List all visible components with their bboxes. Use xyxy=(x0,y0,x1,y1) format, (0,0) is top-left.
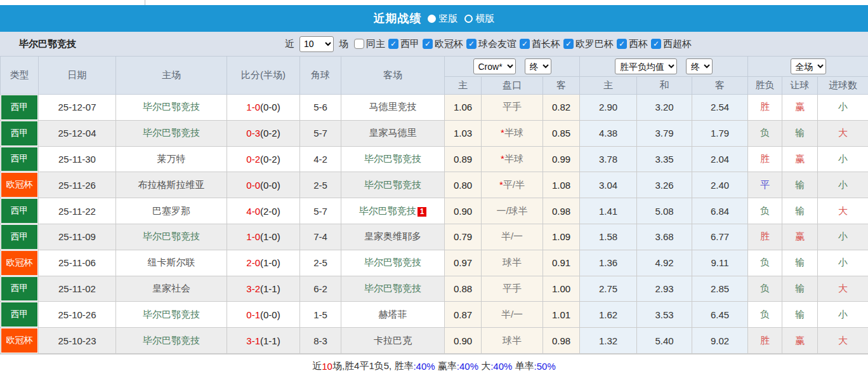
checkbox-checked-icon: ✓ xyxy=(563,39,574,49)
filter-checkbox-checked[interactable]: ✓西超杯 xyxy=(651,38,692,50)
filter-checkbox-label: 西超杯 xyxy=(663,38,692,50)
avg-home-cell: 1.41 xyxy=(580,198,637,224)
handicap-line-text: 球半 xyxy=(503,257,522,267)
filter-checkbox-label: 同主 xyxy=(366,38,385,50)
corners-cell: 2-5 xyxy=(300,250,341,276)
filter-checkbox-checked[interactable]: ✓酋长杯 xyxy=(520,38,560,50)
odds-away-cell: 1.01 xyxy=(543,302,580,328)
odds-group-header: Crow* 终 xyxy=(445,57,580,77)
red-card-badge: 1 xyxy=(418,207,427,217)
competition-badge: 西甲 xyxy=(1,277,37,301)
filter-checkbox-checked[interactable]: ✓西甲 xyxy=(388,38,419,50)
outcome-cell: 负 xyxy=(748,250,782,276)
filter-checkbox-label: 西甲 xyxy=(400,38,419,50)
odds-home-cell: 0.89 xyxy=(445,146,482,172)
match-row: 西甲25-11-30莱万特0-2(0-2)4-2毕尔巴鄂竞技0.89*半球0.9… xyxy=(1,146,868,172)
away-team-cell: 卡拉巴克 xyxy=(341,328,445,354)
home-team-cell: 巴塞罗那 xyxy=(116,198,227,224)
summary-segment: :40% xyxy=(457,361,478,372)
outcome-cell: 负 xyxy=(748,276,782,302)
home-team-cell: 皇家社会 xyxy=(116,276,227,302)
handicap-line-text: 半球 xyxy=(504,127,523,138)
competition-badge: 欧冠杯 xyxy=(1,251,37,275)
home-team-name: 毕尔巴鄂竞技 xyxy=(143,309,200,320)
match-type-cell: 欧冠杯 xyxy=(1,250,39,276)
away-team-name: 赫塔菲 xyxy=(379,309,407,320)
handicap-result-cell: 输 xyxy=(782,120,818,146)
view-mode-option[interactable]: 横版 xyxy=(464,13,495,25)
match-row: 欧冠杯25-11-06纽卡斯尔联2-0(1-0)2-5毕尔巴鄂竞技0.97球半0… xyxy=(1,250,868,276)
odds-line-cell: 半/一 xyxy=(482,224,543,250)
handicap-line-text: 半/一 xyxy=(501,231,523,241)
fulltime-score: 4-0 xyxy=(246,206,260,217)
handicap-result-cell: 赢 xyxy=(782,224,818,250)
odds-away-cell: 1.00 xyxy=(543,276,580,302)
handicap-result-cell: 输 xyxy=(782,198,818,224)
handicap-line-text: 半球 xyxy=(504,153,523,164)
results-table: 类型 日期 主场 比分(半场) 角球 客场 Crow* 终 胜平负均值 终 xyxy=(0,56,868,354)
filter-checkbox-checked[interactable]: ✓欧冠杯 xyxy=(423,38,463,50)
col-header-avg-away: 客 xyxy=(692,77,748,95)
filter-checkbox-label: 西杯 xyxy=(629,38,648,50)
avg-draw-cell: 3.26 xyxy=(637,172,692,198)
recent-count-select[interactable]: 10 xyxy=(299,36,334,52)
col-header-avg-draw: 和 xyxy=(637,77,692,95)
home-team-name: 布拉格斯拉维亚 xyxy=(138,179,205,190)
filter-checkbox-label: 酋长杯 xyxy=(532,38,560,50)
home-team-name: 毕尔巴鄂竞技 xyxy=(143,127,200,138)
avg-away-cell: 2.40 xyxy=(692,172,748,198)
score-cell: 0-0(0-0) xyxy=(227,172,300,198)
filter-checkbox-checked[interactable]: ✓欧罗巴杯 xyxy=(563,38,614,50)
competition-checkboxes: 同主✓西甲✓欧冠杯✓球会友谊✓酋长杯✓欧罗巴杯✓西杯✓西超杯 xyxy=(351,38,692,50)
odds-provider-select[interactable]: Crow* xyxy=(473,58,516,74)
odds-home-cell: 0.80 xyxy=(445,172,482,198)
away-team-name: 皇家马德里 xyxy=(369,127,417,138)
avg-draw-cell: 5.40 xyxy=(637,328,692,354)
home-team-cell: 毕尔巴鄂竞技 xyxy=(116,224,227,250)
match-type-cell: 西甲 xyxy=(1,302,39,328)
avg-home-cell: 2.90 xyxy=(580,95,637,121)
filter-checkbox-checked[interactable]: ✓球会友谊 xyxy=(466,38,516,50)
period-select[interactable]: 全场 xyxy=(791,58,826,74)
checkbox-checked-icon: ✓ xyxy=(466,39,477,49)
avg-type-select[interactable]: 胜平负均值 xyxy=(615,58,677,74)
col-header-odds-home: 主 xyxy=(445,77,482,95)
filter-checkbox-checked[interactable]: ✓西杯 xyxy=(617,38,648,50)
handicap-line-text: 球半 xyxy=(503,335,522,346)
avg-away-cell: 2.04 xyxy=(692,146,748,172)
handicap-result-cell: 赢 xyxy=(782,328,818,354)
handicap-line-text: 平手 xyxy=(503,101,522,112)
odds-line-cell: *半球 xyxy=(482,120,543,146)
avg-time-select[interactable]: 终 xyxy=(686,58,713,74)
odds-time-select[interactable]: 终 xyxy=(525,58,551,74)
summary-segment: 场,胜4平1负5, 胜率 xyxy=(332,360,414,372)
filter-checkbox-unchecked[interactable]: 同主 xyxy=(354,38,385,50)
home-team-cell: 莱万特 xyxy=(116,146,227,172)
competition-badge: 西甲 xyxy=(1,121,37,145)
home-team-name: 毕尔巴鄂竞技 xyxy=(143,335,200,346)
competition-badge: 西甲 xyxy=(1,302,37,327)
handicap-line-text: 半/一 xyxy=(501,309,523,320)
away-team-cell: 毕尔巴鄂竞技1 xyxy=(341,198,445,224)
away-team-name: 卡拉巴克 xyxy=(374,335,412,346)
avg-draw-cell: 4.92 xyxy=(637,250,692,276)
handicap-line-text: 一/球半 xyxy=(496,205,527,216)
fulltime-score: 1-0 xyxy=(246,102,260,112)
checkbox-checked-icon: ✓ xyxy=(423,39,433,49)
corners-cell: 8-3 xyxy=(300,328,341,354)
avg-draw-cell: 3.53 xyxy=(637,302,692,328)
corners-cell: 5-6 xyxy=(300,95,341,121)
col-header-corners: 角球 xyxy=(300,57,341,95)
match-type-cell: 西甲 xyxy=(1,276,39,302)
odds-home-cell: 0.79 xyxy=(445,224,482,250)
match-type-cell: 欧冠杯 xyxy=(1,172,39,198)
outcome-cell: 负 xyxy=(748,120,782,146)
odds-home-cell: 1.06 xyxy=(445,95,482,121)
col-header-home: 主场 xyxy=(116,57,227,95)
view-mode-selected[interactable]: 竖版 xyxy=(428,13,458,25)
filter-checkbox-label: 欧冠杯 xyxy=(435,38,463,50)
summary-segment: :40% xyxy=(413,361,435,372)
col-header-odds-line: 盘口 xyxy=(482,77,543,95)
handicap-result-cell: 输 xyxy=(782,250,818,276)
odds-away-cell: 0.85 xyxy=(543,120,580,146)
